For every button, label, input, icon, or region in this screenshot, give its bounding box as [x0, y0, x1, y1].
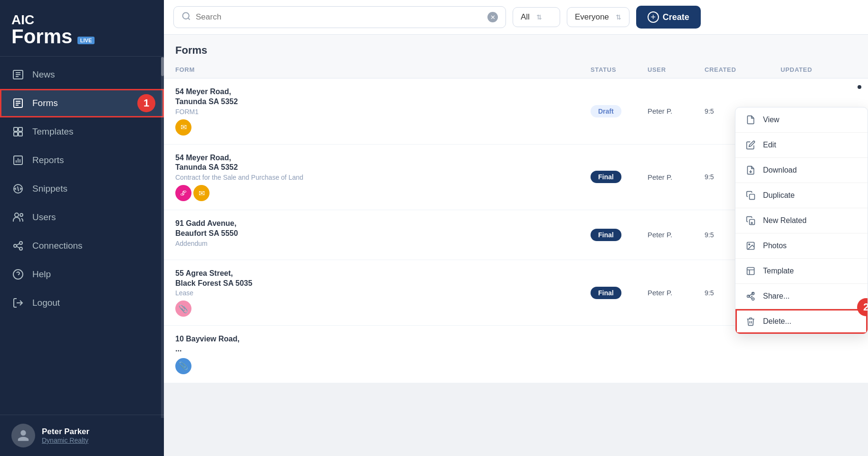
context-menu-download[interactable]: Download: [735, 158, 868, 183]
form-subtitle: Addendum: [175, 240, 591, 247]
sidebar-item-label-users: Users: [32, 212, 56, 223]
svg-point-21: [19, 242, 22, 244]
sidebar-item-logout[interactable]: Logout: [0, 289, 164, 317]
logo-aic: AIC: [11, 13, 153, 27]
sidebar-item-help[interactable]: Help: [0, 260, 164, 289]
search-box: ✕: [173, 6, 506, 28]
chevron-up-down-icon2: ⇅: [616, 13, 621, 21]
context-view-label: View: [763, 116, 779, 124]
svg-point-18: [15, 213, 19, 217]
form-user: Peter P.: [648, 231, 705, 239]
toolbar: ✕ All ⇅ Everyone ⇅ + Create: [164, 0, 868, 35]
table-row[interactable]: 10 Bayview Road,... 📎: [164, 326, 868, 383]
avatar: [11, 424, 35, 447]
svg-line-24: [17, 246, 19, 248]
users-icon: [11, 211, 25, 224]
context-menu-new-related[interactable]: New Related: [735, 208, 868, 233]
search-input[interactable]: [196, 12, 483, 22]
context-delete-label: Delete...: [763, 317, 792, 326]
table-header: FORM STATUS USER CREATED UPDATED: [164, 61, 868, 78]
trash-icon: [745, 316, 756, 327]
svg-line-44: [749, 294, 752, 295]
context-menu-delete[interactable]: Delete...: [735, 309, 868, 334]
form-icons: 📎: [175, 358, 591, 374]
sidebar-item-label-help: Help: [32, 269, 51, 280]
form-info: 54 Meyer Road,Tanunda SA 5352 Contract f…: [175, 153, 591, 202]
form-address: 54 Meyer Road,Tanunda SA 5352: [175, 153, 591, 173]
context-duplicate-label: Duplicate: [763, 191, 795, 200]
col-created: CREATED: [705, 66, 781, 73]
context-menu-share[interactable]: Share... 2: [735, 284, 868, 309]
context-edit-label: Edit: [763, 141, 776, 149]
sidebar-item-label-news: News: [32, 69, 55, 80]
svg-line-29: [188, 18, 190, 20]
form-info: 55 Agrea Street,Black Forest SA 5035 Lea…: [175, 269, 591, 317]
create-button[interactable]: + Create: [636, 6, 701, 29]
context-menu-view[interactable]: View: [735, 107, 868, 133]
envelope-pink-icon: 🖇: [175, 185, 191, 201]
form-address: 54 Meyer Road,Tanunda SA 5352: [175, 87, 591, 107]
edit-icon: [745, 139, 756, 151]
paperclip-blue-icon: 📎: [175, 358, 191, 374]
svg-rect-11: [19, 132, 22, 136]
template-icon: [745, 265, 756, 277]
form-status: Final: [591, 287, 648, 299]
svg-point-42: [752, 298, 754, 300]
envelope-icon: ✉: [175, 119, 191, 136]
logout-icon: [11, 296, 25, 310]
row-menu-dot[interactable]: [858, 85, 861, 89]
svg-rect-31: [750, 194, 755, 200]
sidebar-item-snippets[interactable]: Snippets: [0, 175, 164, 203]
sidebar-nav: News Forms 1 Templates: [0, 57, 164, 415]
sidebar-item-label-reports: Reports: [32, 155, 64, 165]
sidebar-user: Peter Parker Dynamic Realty: [0, 415, 164, 456]
context-new-related-label: New Related: [763, 216, 807, 225]
filter-all-select[interactable]: All ⇅: [513, 7, 560, 27]
svg-rect-10: [14, 132, 18, 136]
svg-point-28: [183, 13, 189, 19]
envelope-icon2: ✉: [193, 185, 210, 201]
user-sub[interactable]: Dynamic Realty: [42, 437, 89, 444]
status-badge-draft: Draft: [591, 105, 621, 117]
context-menu-edit[interactable]: Edit: [735, 133, 868, 158]
form-icons: 🖇 ✉: [175, 185, 591, 201]
context-menu-duplicate[interactable]: Duplicate: [735, 183, 868, 208]
sidebar-item-connections[interactable]: Connections: [0, 232, 164, 260]
sidebar-item-users[interactable]: Users: [0, 203, 164, 232]
col-user: USER: [648, 66, 705, 73]
context-template-label: Template: [763, 267, 794, 275]
form-subtitle: FORM1: [175, 108, 591, 116]
sidebar-item-templates[interactable]: Templates: [0, 117, 164, 146]
form-address: 91 Gadd Avenue,Beaufort SA 5550: [175, 219, 591, 239]
context-menu: View Edit: [735, 107, 868, 334]
table-row[interactable]: 54 Meyer Road,Tanunda SA 5352 FORM1 ✉ Dr…: [164, 78, 868, 145]
context-menu-photos[interactable]: Photos: [735, 233, 868, 259]
form-status: Final: [591, 229, 648, 241]
filter-all-label: All: [521, 12, 530, 22]
download-icon: [745, 165, 756, 176]
svg-line-43: [749, 297, 752, 298]
connections-icon: [11, 239, 25, 252]
svg-point-22: [19, 247, 22, 250]
form-user: Peter P.: [648, 289, 705, 297]
form-status: Draft: [591, 105, 648, 117]
form-address: 55 Agrea Street,Black Forest SA 5035: [175, 269, 591, 289]
context-menu-template[interactable]: Template: [735, 259, 868, 284]
status-badge-final: Final: [591, 171, 621, 183]
search-clear-button[interactable]: ✕: [487, 12, 498, 22]
sidebar-item-label-snippets: Snippets: [32, 184, 67, 194]
search-icon: [181, 11, 191, 23]
sidebar-item-reports[interactable]: Reports: [0, 146, 164, 175]
plus-icon: +: [648, 11, 659, 23]
col-updated: UPDATED: [781, 66, 857, 73]
templates-icon: [11, 125, 25, 138]
share-icon: [745, 291, 756, 302]
filter-everyone-label: Everyone: [575, 12, 609, 22]
sidebar-item-forms[interactable]: Forms 1: [0, 89, 164, 117]
sidebar-item-news[interactable]: News: [0, 60, 164, 89]
col-form: FORM: [175, 66, 591, 73]
form-subtitle: Contract for the Sale and Purchase of La…: [175, 174, 591, 181]
form-subtitle: Lease: [175, 289, 591, 297]
filter-everyone-select[interactable]: Everyone ⇅: [567, 7, 630, 27]
sidebar-item-label-logout: Logout: [32, 298, 60, 308]
